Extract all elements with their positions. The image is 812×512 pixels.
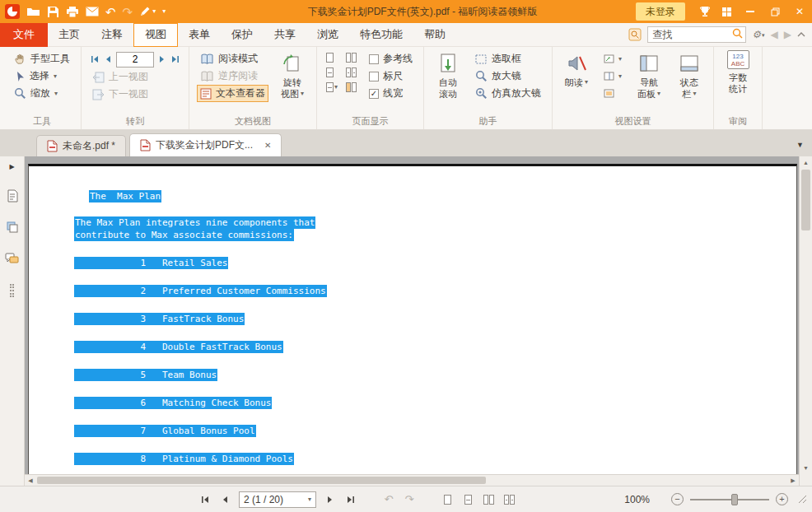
- open-file-button[interactable]: [26, 6, 40, 17]
- continuous-facing-button[interactable]: [346, 67, 357, 77]
- selected-text-line[interactable]: 1 Retail Sales: [74, 257, 228, 269]
- search-icon[interactable]: [732, 28, 743, 41]
- vertical-scrollbar[interactable]: ▲ ▼: [799, 156, 812, 486]
- read-mode-button[interactable]: 阅读模式: [197, 50, 268, 67]
- last-page-button[interactable]: [344, 496, 357, 504]
- tab-home[interactable]: 主页: [48, 23, 91, 47]
- last-page-button[interactable]: [170, 55, 181, 63]
- reverse-read-button[interactable]: 逆序阅读: [197, 67, 268, 85]
- history-back-icon[interactable]: ◀: [771, 29, 778, 40]
- panel-grip[interactable]: [10, 284, 14, 297]
- scroll-left-icon[interactable]: ◀: [25, 475, 36, 486]
- prev-page-button[interactable]: [103, 55, 113, 63]
- zoom-level[interactable]: 100%: [624, 494, 650, 505]
- vertical-scroll-thumb[interactable]: [801, 170, 810, 230]
- customize-toolbar-icon[interactable]: ▾: [162, 8, 166, 15]
- tab-comment[interactable]: 注释: [91, 23, 133, 47]
- split-view-button[interactable]: ▾: [326, 82, 338, 92]
- vertical-scroll-track[interactable]: [800, 168, 812, 462]
- first-page-button[interactable]: [89, 55, 100, 63]
- magnifier-button[interactable]: 放大镜: [472, 67, 544, 85]
- restore-button[interactable]: [763, 0, 787, 23]
- first-page-button[interactable]: [198, 496, 211, 504]
- text-viewer-button[interactable]: 文本查看器: [197, 85, 268, 102]
- undo-icon[interactable]: ↶: [105, 6, 116, 18]
- comments-panel-button[interactable]: [0, 243, 24, 274]
- hand-tool-button[interactable]: 手型工具: [11, 50, 73, 67]
- zoom-tool-button[interactable]: 缩放 ▾: [11, 85, 73, 102]
- view-option-2-button[interactable]: ▾: [600, 67, 625, 85]
- selected-text-line[interactable]: 7 Global Bonus Pool: [74, 425, 256, 437]
- tab-view[interactable]: 视图: [133, 23, 178, 47]
- login-badge[interactable]: 未登录: [636, 2, 685, 21]
- next-view-button[interactable]: ↷: [403, 494, 416, 505]
- page-number-input[interactable]: [116, 52, 154, 67]
- zoom-slider-handle[interactable]: [731, 494, 738, 505]
- rulers-checkbox[interactable]: 标尺: [366, 67, 416, 85]
- switch-ui-button[interactable]: [716, 7, 738, 17]
- horizontal-scrollbar[interactable]: ◀ ▶: [25, 474, 799, 486]
- zoom-in-button[interactable]: +: [776, 493, 788, 505]
- single-page-button[interactable]: [326, 53, 338, 63]
- zoom-slider[interactable]: [690, 493, 769, 506]
- horizontal-scroll-thumb[interactable]: [37, 477, 486, 484]
- expand-panel-icon[interactable]: ▶: [9, 163, 14, 170]
- status-bar-button[interactable]: 状态 栏▾: [673, 50, 706, 100]
- tab-form[interactable]: 表单: [178, 23, 221, 47]
- close-tab-icon[interactable]: ✕: [264, 141, 271, 150]
- selected-text-line[interactable]: 5 Team Bonus: [74, 369, 217, 381]
- tab-features[interactable]: 特色功能: [349, 23, 413, 47]
- facing-mode-button[interactable]: [482, 495, 495, 505]
- select-tool-button[interactable]: 选择 ▾: [11, 67, 73, 85]
- bookmarks-panel-button[interactable]: [0, 180, 24, 212]
- selected-text-line[interactable]: 2 Preferred Customer Commissions: [74, 285, 327, 297]
- tab-browse[interactable]: 浏览: [306, 23, 349, 47]
- selected-text-line[interactable]: The Max Plan: [89, 190, 161, 202]
- line-weights-checkbox[interactable]: ✓ 线宽: [366, 85, 416, 102]
- scroll-up-icon[interactable]: ▲: [800, 156, 812, 168]
- view-option-1-button[interactable]: ▾: [600, 50, 625, 67]
- close-button[interactable]: ✕: [787, 0, 812, 23]
- redo-icon[interactable]: ↷: [123, 6, 133, 18]
- next-page-button[interactable]: [157, 55, 167, 63]
- word-count-button[interactable]: 123ABC 字数 统计: [721, 50, 754, 95]
- guides-checkbox[interactable]: 参考线: [366, 50, 416, 67]
- resize-grip[interactable]: [798, 495, 807, 504]
- tab-share[interactable]: 共享: [264, 23, 306, 47]
- facing-page-button[interactable]: [346, 53, 357, 63]
- save-button[interactable]: [47, 6, 59, 18]
- print-button[interactable]: [66, 6, 79, 18]
- selected-text-line[interactable]: 4 Double FastTrack Bonus: [74, 341, 283, 353]
- document-tab-2[interactable]: 下载奖金计划PDF文... ✕: [129, 133, 282, 156]
- email-button[interactable]: [86, 7, 99, 16]
- selected-text-line[interactable]: contribute to Max associate commissions:: [74, 229, 294, 241]
- page-indicator-dropdown[interactable]: 2 (1 / 20) ▾: [239, 491, 316, 508]
- previous-view-button[interactable]: ↶: [382, 494, 395, 505]
- rewards-button[interactable]: [693, 6, 716, 17]
- document-tab-1[interactable]: 未命名.pdf *: [36, 135, 126, 156]
- selected-text-line[interactable]: The Max Plan integrates nine components …: [74, 216, 315, 229]
- minimize-button[interactable]: [738, 0, 763, 23]
- selected-text-line[interactable]: 6 Matching Check Bonus: [74, 397, 272, 409]
- previous-view-button[interactable]: 上一视图: [89, 68, 181, 86]
- history-forward-icon[interactable]: ▶: [784, 29, 791, 40]
- continuous-page-button[interactable]: [326, 67, 338, 77]
- selected-text-line[interactable]: 8 Platinum & Diamond Pools: [74, 453, 294, 465]
- separate-cover-button[interactable]: [346, 82, 357, 92]
- continuous-facing-mode-button[interactable]: [502, 495, 516, 505]
- document-view[interactable]: The Max Plan The Max Plan integrates nin…: [25, 156, 799, 474]
- quick-tool-button[interactable]: ▾: [139, 6, 156, 17]
- collapse-ribbon-button[interactable]: [797, 32, 805, 37]
- view-option-3-button[interactable]: [600, 85, 625, 102]
- scroll-right-icon[interactable]: ▶: [787, 475, 799, 486]
- navigation-panels-button[interactable]: 导航 面板▾: [632, 50, 665, 100]
- rotate-view-button[interactable]: 旋转 视图▾: [276, 50, 309, 100]
- quick-search-button[interactable]: [628, 28, 642, 41]
- zoom-out-button[interactable]: −: [671, 493, 684, 505]
- next-view-button[interactable]: 下一视图: [89, 86, 181, 103]
- layers-panel-button[interactable]: [0, 212, 24, 243]
- tab-help[interactable]: 帮助: [413, 23, 456, 47]
- prev-page-button[interactable]: [218, 496, 231, 504]
- continuous-mode-button[interactable]: [461, 495, 474, 505]
- foxit-logo[interactable]: [5, 4, 20, 19]
